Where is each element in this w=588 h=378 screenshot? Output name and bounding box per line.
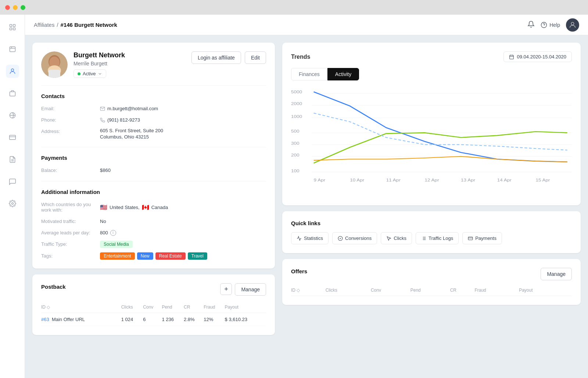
row-fraud: 12%	[204, 313, 225, 326]
quick-link-statistics[interactable]: Statistics	[291, 232, 329, 244]
sidebar-item-affiliates[interactable]	[6, 65, 19, 78]
svg-rect-3	[13, 28, 15, 30]
svg-text:5000: 5000	[291, 90, 302, 94]
edit-button[interactable]: Edit	[245, 51, 266, 64]
offers-col-pend: Pend	[410, 285, 450, 296]
svg-rect-1	[13, 25, 15, 27]
row-cr: 2.8%	[184, 313, 204, 326]
sidebar-item-reports[interactable]	[6, 153, 19, 166]
trends-header: Trends 09.04.2020-15.04.2020	[291, 51, 572, 62]
additional-section-title: Additional information	[41, 189, 266, 195]
quick-link-clicks[interactable]: Clicks	[381, 232, 412, 244]
postback-header: Postback + Manage	[41, 283, 266, 296]
offers-table: ID ◇ Clicks Conv Pend CR Fraud Payout	[291, 285, 572, 296]
help-label: Help	[549, 22, 560, 28]
topbar-actions: Help	[527, 18, 579, 32]
offers-col-id: ID ◇	[291, 285, 326, 296]
quick-links-title: Quick links	[291, 220, 572, 226]
profile-avatar	[41, 51, 68, 78]
profile-name: Burgett Network	[74, 51, 186, 59]
col-payout: Payout	[225, 302, 266, 313]
right-panel: Trends 09.04.2020-15.04.2020 Finances Ac…	[282, 43, 581, 371]
avg-leads-value: 800 i	[100, 229, 266, 236]
user-avatar[interactable]	[566, 18, 579, 32]
sidebar-item-payments[interactable]	[6, 131, 19, 144]
add-postback-button[interactable]: +	[220, 283, 232, 295]
sidebar-item-dashboard[interactable]	[6, 21, 19, 34]
additional-grid: Which countries do you work with: 🇺🇸 Uni…	[41, 201, 266, 260]
quick-links-list: Statistics Conversions Clicks Traff	[291, 232, 572, 244]
flag-us: 🇺🇸	[100, 204, 107, 211]
close-dot[interactable]	[5, 5, 10, 10]
col-conv: Conv	[143, 302, 162, 313]
offers-col-cr: CR	[450, 285, 475, 296]
help-button[interactable]: Help	[541, 22, 560, 28]
orange-line	[314, 156, 567, 162]
statistics-icon	[297, 236, 302, 241]
col-clicks: Clicks	[121, 302, 143, 313]
sidebar-item-settings[interactable]	[6, 197, 19, 210]
manage-offers-button[interactable]: Manage	[541, 268, 572, 280]
tab-finances[interactable]: Finances	[291, 68, 327, 80]
svg-rect-56	[468, 237, 473, 240]
notifications-button[interactable]	[527, 21, 535, 29]
balance-label: Balace:	[41, 167, 100, 174]
svg-text:12 Apr: 12 Apr	[425, 178, 440, 183]
row-clicks: 1 024	[121, 313, 143, 326]
sidebar-item-messages[interactable]	[6, 175, 19, 188]
row-pend: 1 236	[162, 313, 184, 326]
svg-rect-0	[10, 25, 12, 27]
row-payout: $ 3,610.23	[225, 313, 266, 326]
row-id: #63 Main Offer URL	[41, 313, 121, 326]
breadcrumb-current: #146 Burgett Network	[61, 22, 117, 28]
payments-grid: Balace: $860	[41, 167, 266, 174]
row-conv: 6	[143, 313, 162, 326]
quick-link-payments[interactable]: Payments	[462, 232, 502, 244]
tag-new: New	[137, 252, 153, 260]
date-range-picker[interactable]: 09.04.2020-15.04.2020	[503, 51, 572, 62]
svg-rect-8	[10, 92, 15, 96]
profile-card: Burgett Network Merrile Burgett Active L…	[32, 43, 275, 269]
maximize-dot[interactable]	[21, 5, 25, 10]
svg-rect-4	[10, 47, 15, 51]
date-range-label: 09.04.2020-15.04.2020	[517, 54, 566, 60]
main-content: Affiliates / #146 Burgett Network Help	[25, 15, 588, 378]
contacts-grid: Email: m.burgett@hotmail.com Phone: (901…	[41, 105, 266, 140]
green-line	[314, 132, 567, 163]
profile-info: Burgett Network Merrile Burgett Active	[74, 51, 186, 78]
quick-link-conversions[interactable]: Conversions	[332, 232, 377, 244]
sidebar-item-contacts[interactable]	[6, 43, 19, 56]
svg-text:100: 100	[291, 168, 300, 173]
svg-text:11 Apr: 11 Apr	[386, 178, 401, 183]
sidebar-item-network[interactable]	[6, 109, 19, 122]
manage-postback-button[interactable]: Manage	[235, 283, 266, 296]
col-pend: Pend	[162, 302, 184, 313]
tags-value: Entertainment New Real Estate Travel	[100, 252, 266, 260]
quick-links-card: Quick links Statistics Conversions Cl	[282, 211, 581, 253]
profile-actions: Login as affiliate Edit	[191, 51, 266, 64]
svg-point-7	[11, 69, 14, 71]
traffic-type-value: Social Media	[100, 241, 266, 248]
quick-link-traffic-logs[interactable]: Traffic Logs	[416, 232, 459, 244]
motivated-label: Motivated traffic:	[41, 218, 100, 225]
divider-2	[41, 147, 266, 147]
minimize-dot[interactable]	[13, 5, 18, 10]
tags-label: Tags:	[41, 252, 100, 260]
info-icon[interactable]: i	[110, 230, 116, 236]
postback-title: Postback	[41, 284, 66, 290]
tag-real-estate: Real Estate	[155, 252, 186, 260]
login-as-affiliate-button[interactable]: Login as affiliate	[191, 51, 241, 64]
main-panels: Burgett Network Merrile Burgett Active L…	[25, 35, 588, 378]
svg-text:14 Apr: 14 Apr	[497, 178, 512, 183]
svg-text:2000: 2000	[291, 101, 302, 106]
table-row: #63 Main Offer URL 1 024 6 1 236 2.8% 12…	[41, 313, 266, 326]
chart-svg: 5000 2000 1000 500 300 200 100	[291, 86, 572, 197]
sidebar-item-offers[interactable]	[6, 87, 19, 100]
trends-chart: 5000 2000 1000 500 300 200 100	[291, 86, 572, 197]
tab-activity[interactable]: Activity	[327, 68, 359, 80]
titlebar	[0, 0, 588, 15]
col-fraud: Fraud	[204, 302, 225, 313]
status-badge[interactable]: Active	[74, 69, 106, 78]
breadcrumb-parent[interactable]: Affiliates	[34, 22, 54, 28]
avg-leads-label: Average leads per day:	[41, 229, 100, 236]
